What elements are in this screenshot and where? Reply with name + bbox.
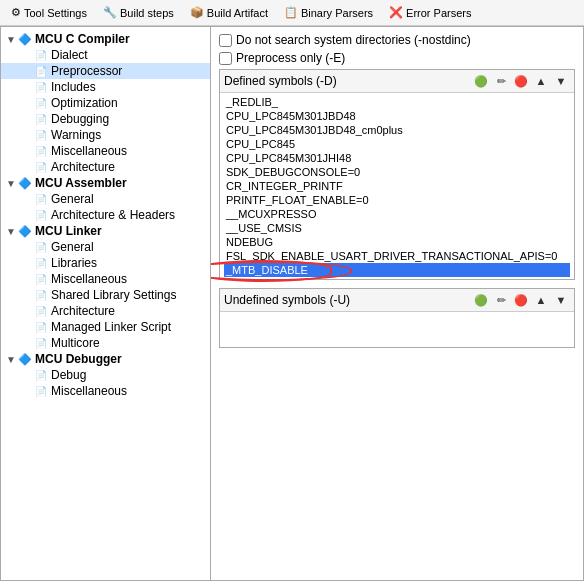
undef-down-button[interactable]: ▼	[552, 291, 570, 309]
expand-icon-mcu-linker: ▼	[5, 226, 17, 237]
tree-item-optimization[interactable]: 📄Optimization	[1, 95, 210, 111]
tree-item-dialect[interactable]: 📄Dialect	[1, 47, 210, 63]
undefined-symbols-box: Undefined symbols (-U) 🟢 ✏ 🔴 ▲ ▼	[219, 288, 575, 348]
build-artifact-icon: 📦	[190, 6, 204, 19]
symbol-row[interactable]: CPU_LPC845M301JBD48_cm0plus	[224, 123, 570, 137]
defined-symbol-list: _REDLIB_CPU_LPC845M301JBD48CPU_LPC845M30…	[220, 93, 574, 279]
symbol-row[interactable]: CPU_LPC845	[224, 137, 570, 151]
undef-delete-button[interactable]: 🔴	[512, 291, 530, 309]
folder-icon-architecture-lnk: 📄	[33, 306, 49, 317]
tab-tool-settings-label: Tool Settings	[24, 7, 87, 19]
symbol-row[interactable]: __MCUXPRESSO	[224, 207, 570, 221]
tree-item-debugging[interactable]: 📄Debugging	[1, 111, 210, 127]
tree-label-miscellaneous-lnk: Miscellaneous	[51, 272, 127, 286]
folder-icon-includes: 📄	[33, 82, 49, 93]
symbol-row[interactable]: SDK_DEBUGCONSOLE=0	[224, 165, 570, 179]
folder-icon-general-asm: 📄	[33, 194, 49, 205]
tree-panel: ▼🔷MCU C Compiler📄Dialect📄Preprocessor📄In…	[1, 27, 211, 580]
tab-error-parsers[interactable]: ❌ Error Parsers	[382, 3, 478, 22]
folder-icon-mcu-c-compiler: 🔷	[17, 33, 33, 46]
defined-up-button[interactable]: ▲	[532, 72, 550, 90]
symbol-row[interactable]: NDEBUG	[224, 235, 570, 249]
tab-binary-parsers-label: Binary Parsers	[301, 7, 373, 19]
nostdinc-label: Do not search system directories (-nostd…	[236, 33, 471, 47]
defined-delete-button[interactable]: 🔴	[512, 72, 530, 90]
tree-item-arch-headers[interactable]: 📄Architecture & Headers	[1, 207, 210, 223]
tree-label-preprocessor: Preprocessor	[51, 64, 122, 78]
tab-build-steps[interactable]: 🔧 Build steps	[96, 3, 181, 22]
symbol-row[interactable]: PRINTF_FLOAT_ENABLE=0	[224, 193, 570, 207]
folder-icon-general-lnk: 📄	[33, 242, 49, 253]
folder-icon-preprocessor: 📄	[33, 66, 49, 77]
tree-item-shared-library-settings[interactable]: 📄Shared Library Settings	[1, 287, 210, 303]
tree-item-mcu-debugger[interactable]: ▼🔷MCU Debugger	[1, 351, 210, 367]
expand-icon-mcu-debugger: ▼	[5, 354, 17, 365]
symbol-row[interactable]: CPU_LPC845M301JBD48	[224, 109, 570, 123]
tab-binary-parsers[interactable]: 📋 Binary Parsers	[277, 3, 380, 22]
folder-icon-optimization: 📄	[33, 98, 49, 109]
tree-label-miscellaneous: Miscellaneous	[51, 144, 127, 158]
defined-edit-button[interactable]: ✏	[492, 72, 510, 90]
tree-label-optimization: Optimization	[51, 96, 118, 110]
undefined-symbols-label: Undefined symbols (-U)	[224, 293, 350, 307]
tab-tool-settings[interactable]: ⚙ Tool Settings	[4, 3, 94, 22]
folder-icon-mcu-assembler: 🔷	[17, 177, 33, 190]
tree-item-miscellaneous-lnk[interactable]: 📄Miscellaneous	[1, 271, 210, 287]
nostdinc-checkbox[interactable]	[219, 34, 232, 47]
undef-edit-button[interactable]: ✏	[492, 291, 510, 309]
defined-symbols-buttons: 🟢 ✏ 🔴 ▲ ▼	[472, 72, 570, 90]
tree-item-includes[interactable]: 📄Includes	[1, 79, 210, 95]
tree-label-mcu-linker: MCU Linker	[35, 224, 102, 238]
tree-item-warnings[interactable]: 📄Warnings	[1, 127, 210, 143]
folder-icon-managed-linker-script: 📄	[33, 322, 49, 333]
tab-build-artifact[interactable]: 📦 Build Artifact	[183, 3, 275, 22]
error-parsers-icon: ❌	[389, 6, 403, 19]
tree-item-general-lnk[interactable]: 📄General	[1, 239, 210, 255]
tree-item-libraries[interactable]: 📄Libraries	[1, 255, 210, 271]
preprocess-only-checkbox[interactable]	[219, 52, 232, 65]
folder-icon-multicore: 📄	[33, 338, 49, 349]
tab-build-artifact-label: Build Artifact	[207, 7, 268, 19]
tool-settings-icon: ⚙	[11, 6, 21, 19]
defined-add-button[interactable]: 🟢	[472, 72, 490, 90]
tree-item-mcu-linker[interactable]: ▼🔷MCU Linker	[1, 223, 210, 239]
undefined-symbol-list	[220, 312, 574, 316]
folder-icon-dialect: 📄	[33, 50, 49, 61]
undef-up-button[interactable]: ▲	[532, 291, 550, 309]
tree-item-preprocessor[interactable]: 📄Preprocessor	[1, 63, 210, 79]
tree-item-miscellaneous-dbg[interactable]: 📄Miscellaneous	[1, 383, 210, 399]
preprocess-only-label: Preprocess only (-E)	[236, 51, 345, 65]
settings-panel: Do not search system directories (-nostd…	[211, 27, 583, 580]
tree-item-architecture-c[interactable]: 📄Architecture	[1, 159, 210, 175]
folder-icon-arch-headers: 📄	[33, 210, 49, 221]
tree-item-debug[interactable]: 📄Debug	[1, 367, 210, 383]
symbol-row[interactable]: CR_INTEGER_PRINTF	[224, 179, 570, 193]
folder-icon-shared-library-settings: 📄	[33, 290, 49, 301]
symbol-row[interactable]: _MTB_DISABLE	[224, 263, 570, 277]
tree-item-managed-linker-script[interactable]: 📄Managed Linker Script	[1, 319, 210, 335]
tree-label-mcu-c-compiler: MCU C Compiler	[35, 32, 130, 46]
tree-label-architecture-lnk: Architecture	[51, 304, 115, 318]
folder-icon-mcu-linker: 🔷	[17, 225, 33, 238]
symbol-row[interactable]: CPU_LPC845M301JHI48	[224, 151, 570, 165]
tree-item-architecture-lnk[interactable]: 📄Architecture	[1, 303, 210, 319]
folder-icon-libraries: 📄	[33, 258, 49, 269]
toolbar: ⚙ Tool Settings 🔧 Build steps 📦 Build Ar…	[0, 0, 584, 26]
folder-icon-debug: 📄	[33, 370, 49, 381]
tree-item-mcu-c-compiler[interactable]: ▼🔷MCU C Compiler	[1, 31, 210, 47]
folder-icon-architecture-c: 📄	[33, 162, 49, 173]
tree-item-general-asm[interactable]: 📄General	[1, 191, 210, 207]
symbol-row[interactable]: _REDLIB_	[224, 95, 570, 109]
expand-icon-mcu-c-compiler: ▼	[5, 34, 17, 45]
defined-down-button[interactable]: ▼	[552, 72, 570, 90]
tree-item-mcu-assembler[interactable]: ▼🔷MCU Assembler	[1, 175, 210, 191]
folder-icon-mcu-debugger: 🔷	[17, 353, 33, 366]
tree-item-miscellaneous[interactable]: 📄Miscellaneous	[1, 143, 210, 159]
tree-label-includes: Includes	[51, 80, 96, 94]
symbol-row[interactable]: __USE_CMSIS	[224, 221, 570, 235]
symbol-row[interactable]: FSL_SDK_ENABLE_USART_DRIVER_TRANSACTIONA…	[224, 249, 570, 263]
tree-item-multicore[interactable]: 📄Multicore	[1, 335, 210, 351]
binary-parsers-icon: 📋	[284, 6, 298, 19]
preprocess-only-row: Preprocess only (-E)	[219, 51, 575, 65]
undef-add-button[interactable]: 🟢	[472, 291, 490, 309]
